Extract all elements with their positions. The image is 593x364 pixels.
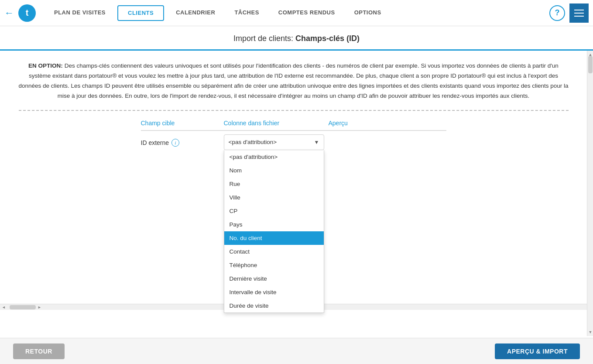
nav-right: ? [549,3,589,23]
dropdown-item-intervalle-visite[interactable]: Intervalle de visite [224,285,324,299]
footer-bar: RETOUR APERÇU & IMPORT [0,338,593,364]
sidebar-item-comptes-rendus[interactable]: COMPTES RENDUS [269,0,345,26]
dropdown-item-derniere-visite[interactable]: Dernière visite [224,272,324,285]
col-header-column: Colonne dans fichier [224,120,329,127]
scroll-down-arrow[interactable]: ▼ [587,328,593,336]
sidebar-item-calendrier[interactable]: CALENDRIER [166,0,225,26]
page-title-bold: Champs-clés (ID) [295,34,360,43]
app-logo: t [18,4,36,22]
dropdown-item-rue[interactable]: Rue [224,177,324,191]
sidebar-item-clients[interactable]: CLIENTS [117,5,164,21]
info-bold-label: EN OPTION: [28,62,63,69]
page-title-prefix: Import de clients: [233,34,295,43]
sidebar-item-options[interactable]: OPTIONS [345,0,391,26]
menu-icon-line2 [574,13,584,14]
select-value: <pas d'attribution> [229,139,277,145]
dropdown-item-cp[interactable]: CP [224,204,324,218]
chevron-down-icon: ▼ [314,139,319,145]
import-button[interactable]: APERÇU & IMPORT [495,343,580,359]
dropdown-item-contact[interactable]: Contact [224,245,324,258]
info-icon-id-externe[interactable]: i [171,139,179,147]
scrollbar-thumb[interactable] [588,56,593,73]
col-header-target: Champ cible [141,120,224,127]
back-button[interactable]: ← [4,7,14,19]
scroll-left-arrow[interactable]: ◄ [0,305,7,309]
main-scroll-area: ▲ ▼ EN OPTION: Des champs-clés contienne… [0,51,593,336]
field-row-id-externe: ID externe i <pas d'attribution> ▼ <pas … [141,134,446,150]
vertical-scrollbar[interactable]: ▲ ▼ [587,51,593,336]
info-text-body: Des champs-clés contiennent des valeurs … [19,62,569,99]
select-display-id-externe[interactable]: <pas d'attribution> ▼ [224,134,324,150]
table-header: Champ cible Colonne dans fichier Aperçu [141,120,446,131]
menu-button[interactable] [569,3,589,23]
dropdown-item-ville[interactable]: Ville [224,191,324,204]
back-button-footer[interactable]: RETOUR [13,343,65,359]
dropdown-item-pays[interactable]: Pays [224,218,324,231]
scroll-right-arrow[interactable]: ► [36,305,43,309]
dropdown-item-pas-attribution[interactable]: <pas d'attribution> [224,150,324,164]
info-text-block: EN OPTION: Des champs-clés contiennent d… [19,61,569,111]
dropdown-item-duree-visite[interactable]: Durée de visite [224,299,324,312]
sidebar-item-plan-de-visites[interactable]: PLAN DE VISITES [45,0,115,26]
page-header: Import de clients: Champs-clés (ID) [0,26,593,51]
table-wrapper: Champ cible Colonne dans fichier Aperçu … [141,120,446,150]
dropdown-item-telephone[interactable]: Téléphone [224,258,324,272]
dropdown-list: <pas d'attribution> Nom Rue Ville CP Pay… [224,150,324,313]
sidebar-item-taches[interactable]: TÂCHES [225,0,268,26]
field-label-text: ID externe [141,139,169,146]
select-wrapper-id-externe: <pas d'attribution> ▼ <pas d'attribution… [224,134,324,150]
navigation-bar: ← t PLAN DE VISITES CLIENTS CALENDRIER T… [0,0,593,26]
menu-icon-line3 [574,16,584,17]
menu-icon-line1 [574,10,584,10]
mapping-table: Champ cible Colonne dans fichier Aperçu … [17,120,569,150]
hscroll-thumb[interactable] [10,305,36,309]
nav-items: PLAN DE VISITES CLIENTS CALENDRIER TÂCHE… [45,0,549,26]
help-button[interactable]: ? [549,5,565,21]
field-label-id-externe: ID externe i [141,134,224,147]
col-header-preview: Aperçu [329,120,446,127]
dropdown-item-nom[interactable]: Nom [224,164,324,177]
dropdown-item-no-client[interactable]: No. du client [224,231,324,245]
